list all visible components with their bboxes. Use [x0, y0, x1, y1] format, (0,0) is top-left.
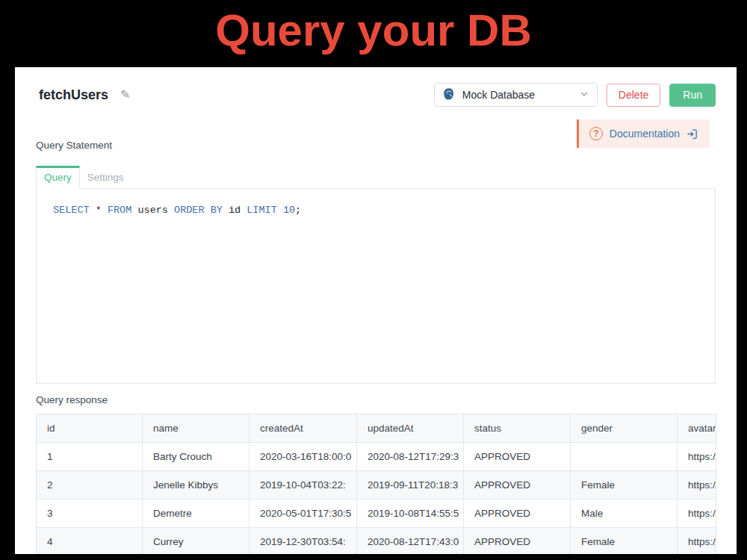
response-table-wrap: idnamecreatedAtupdatedAtstatusgenderavat…: [36, 414, 716, 554]
postgresql-icon: [442, 87, 456, 103]
column-header-status: status: [464, 414, 571, 443]
table-cell: [571, 443, 678, 471]
table-cell: https://: [678, 500, 716, 528]
table-cell: 4: [37, 528, 143, 555]
column-header-gender: gender: [571, 414, 678, 443]
column-header-name: name: [143, 414, 249, 443]
sql-token-plain: *: [90, 205, 108, 216]
query-statement-label: Query Statement: [36, 140, 112, 151]
documentation-link-label: Documentation: [610, 128, 680, 140]
sql-token-keyword: LIMIT: [247, 205, 277, 216]
query-editor-panel: fetchUsers ✎ Mock Database Delete: [15, 67, 737, 554]
column-header-updatedAt: updatedAt: [357, 414, 464, 443]
table-cell: 2020-05-01T17:30:5: [249, 500, 357, 528]
panel-header: fetchUsers ✎ Mock Database Delete: [39, 82, 716, 108]
table-cell: 2019-10-04T03:22:: [249, 471, 357, 500]
table-cell: 1: [37, 443, 143, 471]
sql-token-keyword: FROM: [108, 205, 131, 216]
query-name-wrap: fetchUsers ✎: [39, 87, 130, 103]
sign-in-icon: [686, 128, 698, 140]
response-table: idnamecreatedAtupdatedAtstatusgenderavat…: [36, 414, 716, 554]
table-row: 3Demetre2020-05-01T17:30:52019-10-08T14:…: [37, 500, 716, 528]
query-name: fetchUsers: [39, 87, 108, 103]
sql-token-number: 10: [283, 205, 295, 216]
column-header-createdAt: createdAt: [249, 414, 357, 443]
table-cell: Female: [571, 528, 678, 555]
edit-pencil-icon[interactable]: ✎: [120, 87, 130, 102]
table-cell: 2020-08-12T17:43:0: [357, 528, 464, 555]
table-cell: APPROVED: [464, 528, 571, 555]
table-cell: Female: [571, 471, 678, 500]
table-cell: Demetre: [143, 500, 249, 528]
table-cell: APPROVED: [464, 471, 571, 500]
table-cell: APPROVED: [464, 443, 571, 471]
table-cell: Jenelle Kibbys: [143, 471, 249, 500]
chevron-down-icon: [579, 89, 589, 102]
table-cell: https://: [678, 528, 716, 555]
table-cell: Barty Crouch: [143, 443, 249, 471]
table-cell: 2019-10-08T14:55:5: [357, 500, 464, 528]
table-cell: Currey: [143, 528, 249, 555]
table-cell: 2: [37, 471, 143, 500]
editor-area: Query Settings SELECT * FROM users ORDER…: [36, 166, 716, 384]
table-cell: 2019-12-30T03:54:: [249, 528, 357, 555]
header-actions: Mock Database Delete Run: [434, 83, 716, 107]
question-icon: ?: [589, 127, 603, 140]
column-header-avatar: avatar: [678, 414, 716, 443]
table-row: 4Currey2019-12-30T03:54:2020-08-12T17:43…: [37, 528, 716, 555]
database-select-value: Mock Database: [462, 89, 572, 101]
table-cell: 2020-03-16T18:00:0: [249, 443, 357, 471]
table-cell: 2019-09-11T20:18:3: [357, 471, 464, 500]
tab-settings[interactable]: Settings: [80, 166, 131, 189]
sql-token-keyword: SELECT: [53, 205, 90, 216]
sql-token-plain: users: [131, 205, 174, 216]
table-cell: Male: [571, 500, 678, 528]
table-row: 2Jenelle Kibbys2019-10-04T03:22:2019-09-…: [37, 471, 716, 500]
run-button[interactable]: Run: [669, 84, 716, 107]
editor-tabs: Query Settings: [36, 166, 716, 189]
table-cell: 2020-08-12T17:29:3: [357, 443, 464, 471]
sql-statement: SELECT * FROM users ORDER BY id LIMIT 10…: [53, 205, 698, 216]
table-cell: 3: [37, 500, 143, 528]
column-header-id: id: [37, 414, 143, 443]
page-title: Query your DB: [0, 4, 747, 56]
sql-editor[interactable]: SELECT * FROM users ORDER BY id LIMIT 10…: [36, 188, 716, 384]
query-response-label: Query response: [36, 394, 108, 405]
sql-token-plain: [277, 205, 283, 216]
sql-token-plain: id: [223, 205, 247, 216]
table-row: 1Barty Crouch2020-03-16T18:00:02020-08-1…: [37, 443, 716, 471]
tab-query[interactable]: Query: [36, 166, 80, 189]
table-cell: https://: [678, 443, 716, 471]
table-header-row: idnamecreatedAtupdatedAtstatusgenderavat…: [37, 414, 716, 443]
database-select[interactable]: Mock Database: [434, 83, 598, 107]
delete-button[interactable]: Delete: [607, 84, 660, 107]
table-cell: https://: [678, 471, 716, 500]
sql-token-keyword: ORDER BY: [174, 205, 223, 216]
documentation-banner[interactable]: ? Documentation: [577, 119, 710, 148]
sql-token-plain: ;: [295, 205, 301, 216]
table-cell: APPROVED: [464, 500, 571, 528]
